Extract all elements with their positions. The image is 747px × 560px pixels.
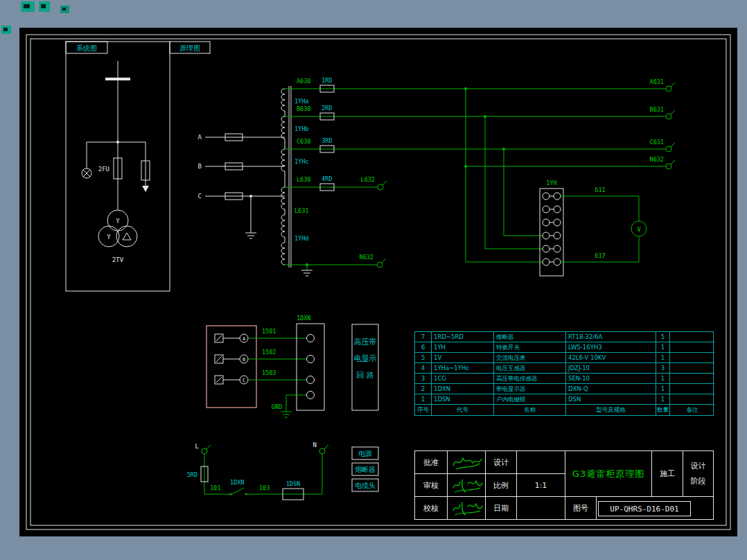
terminal-b631-label: B631 (650, 106, 664, 113)
check-label: 校核 (415, 497, 448, 519)
signature-scribble (448, 498, 485, 519)
signature-scribble (448, 475, 485, 496)
parts-header-code: 代号 (432, 405, 494, 415)
lock-1dsn-label: 1DSN (286, 480, 300, 487)
approve-signature (448, 451, 486, 474)
voltmeter-label: V (637, 226, 640, 233)
parts-cell-code: 1CG (432, 374, 494, 384)
wire-l631-label: L631 (295, 207, 308, 214)
title-block: 批准 设计 审核 比例 1:1 校核 日期 G3避雷柜原理图 施 (414, 450, 714, 520)
parts-cell-qty: 1 (656, 374, 670, 384)
parts-cell-qty: 1 (656, 394, 670, 405)
parts-cell-name: 转换开关 (494, 342, 566, 353)
winding-1yhb-label: 1YHb (295, 125, 308, 132)
terminal-l-label: L (195, 443, 199, 450)
system-diagram-label: 系统图 (76, 44, 97, 52)
date-value (517, 497, 565, 519)
approve-label: 批准 (415, 451, 448, 474)
parts-cell-model: RT18-32/6A (566, 332, 656, 342)
parts-cell-model: JDZJ-10 (566, 363, 656, 374)
display-unit-1dxn-label: 1DXN (297, 315, 310, 322)
phase-b-label: B (198, 163, 202, 170)
parts-cell-qty: 1 (656, 353, 670, 363)
legend-fuse: 熔断器 (355, 466, 376, 473)
gnd-label: GND (272, 403, 282, 410)
drawing-title: G3避雷柜原理图 (565, 451, 652, 497)
terminal-n-label: N (313, 441, 317, 448)
date-label: 日期 (486, 497, 517, 519)
stage-column: 设计 阶段 (683, 451, 713, 497)
wire-a630-label: A630 (297, 78, 310, 85)
terminal-a631-label: A631 (650, 78, 664, 85)
signature-scribble (448, 452, 485, 473)
parts-cell-model: 42L6-V 10KV (566, 353, 656, 363)
check-signature (448, 497, 486, 519)
sensor-c-label: C (243, 378, 245, 383)
parts-cell-no: 7 (415, 332, 432, 342)
terminal-n632-right-label: N632 (650, 156, 664, 163)
parts-cell-no: 4 (415, 363, 432, 374)
terminal-l632-label: L632 (361, 176, 375, 183)
fuse-1rd-label: 1RD (322, 77, 332, 84)
parts-cell-note (670, 332, 714, 342)
phase-c-label: C (198, 193, 202, 200)
parts-cell-code: 1DSN (432, 394, 494, 405)
parts-cell-name: 户内电磁锁 (494, 394, 566, 405)
parts-cell-code: 1YH (432, 342, 494, 353)
parts-cell-name: 熔断器 (494, 332, 566, 342)
wire-617-label: 617 (595, 252, 605, 259)
parts-cell-code: 1YHa~1YHc (432, 363, 494, 374)
wire-103-label: 103 (259, 484, 270, 491)
parts-header-name: 名称 (494, 405, 566, 415)
parts-cell-note (670, 342, 714, 353)
app-background: 系统图 原理图 2FU Y Y 2TV (0, 0, 747, 560)
fuse-5rd-label: 5RD (187, 471, 197, 478)
stage-col-line1: 设计 (691, 461, 706, 471)
parts-cell-model: DXN-Q (566, 384, 656, 394)
scale-label: 比例 (486, 474, 517, 497)
parts-cell-name: 带电显示器 (494, 384, 566, 394)
fuse-3rd-label: 3RD (322, 137, 332, 144)
parts-cell-note (670, 384, 714, 394)
winding-1yhd-label: 1YHd (295, 235, 308, 242)
parts-cell-no: 3 (415, 374, 432, 384)
parts-cell-note (670, 374, 714, 384)
contact-1dxn-label: 1DXN (230, 479, 244, 486)
parts-cell-no: 2 (415, 384, 432, 394)
wire-611-label: 611 (595, 186, 605, 193)
parts-cell-no: 1 (415, 394, 432, 405)
stage-col-line2: 阶段 (691, 476, 706, 487)
busbar (105, 78, 130, 80)
parts-header-qty: 数量 (656, 405, 670, 415)
scale-value: 1:1 (517, 474, 565, 497)
parts-cell-no: 5 (415, 353, 432, 363)
stage-value: 施工 (652, 451, 683, 497)
switch-1yh-label: 1YH (546, 180, 556, 186)
parts-cell-code: 1DXN (432, 384, 494, 394)
terminal-n632-label: N632 (360, 254, 374, 261)
parts-table: 7 1RD~5RD 熔断器 RT18-32/6A 5 6 1YH 转换开关 LW… (414, 331, 714, 416)
parts-cell-name: 电压互感器 (494, 363, 566, 374)
sensor-b-label: B (243, 357, 245, 362)
wire-l630-label: L630 (297, 176, 310, 183)
parts-cell-qty: 3 (656, 363, 670, 374)
phase-a-label: A (198, 134, 202, 141)
wire-101-label: 101 (210, 484, 220, 491)
legend-cable: 电缆头 (355, 482, 376, 489)
parts-header-model: 型号及规格 (566, 405, 656, 415)
parts-cell-model: LW5-16YH3 (566, 342, 656, 353)
parts-cell-qty: 5 (656, 332, 670, 342)
drawing-number: UP-QHRS-D16-D01 (598, 501, 691, 516)
review-label: 审核 (415, 474, 448, 497)
winding-y2-label: Y (107, 234, 111, 240)
transformer-2tv-label: 2TV (112, 256, 124, 263)
parts-cell-model: SEN-10 (566, 374, 656, 384)
fuse-2fu-label: 2FU (98, 166, 109, 173)
parts-cell-name: 交流电压表 (494, 353, 566, 363)
parts-header-no: 序号 (415, 405, 432, 415)
fuse-4rd-label: 4RD (322, 175, 332, 182)
wire-b630-label: B630 (297, 105, 310, 112)
schematic-label: 原理图 (179, 44, 200, 52)
drawing-no-label: 图号 (565, 497, 597, 519)
wire-c630-label: C630 (297, 138, 310, 145)
